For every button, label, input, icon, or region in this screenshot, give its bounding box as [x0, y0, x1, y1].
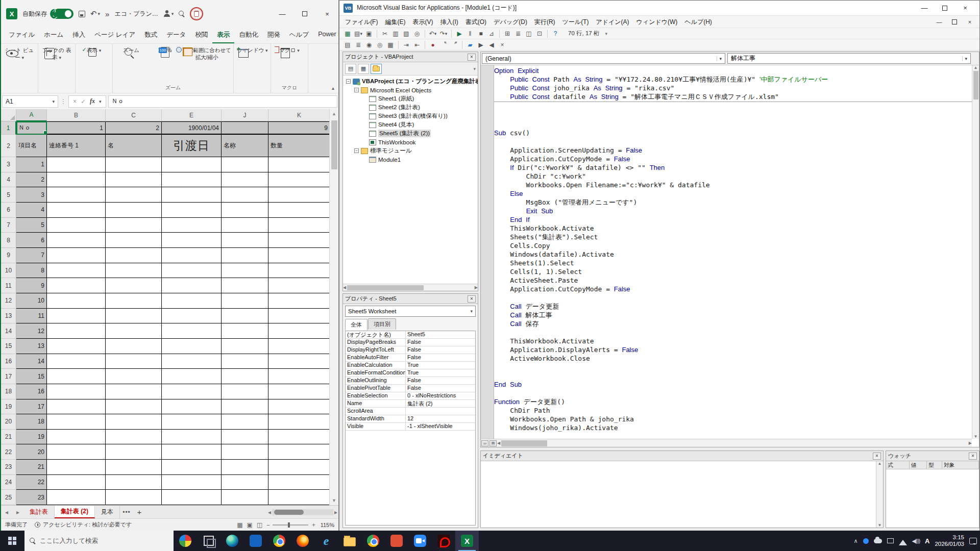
property-row[interactable]: EnableFormatConditionsCTrue	[346, 369, 475, 377]
list-constants-icon[interactable]: ≣	[353, 40, 363, 49]
code-v-scrollbar[interactable]: ▲ ▼	[972, 65, 979, 439]
code-line[interactable]: Public Const Path As String = "¥¥172.24.…	[494, 75, 972, 84]
grid-scroll-left-icon[interactable]: ◂	[268, 509, 271, 516]
cell[interactable]: 連絡番号 1	[47, 135, 106, 157]
code-line[interactable]: Application.DisplayAlerts = False	[494, 345, 972, 354]
formula-dropdown-icon[interactable]: ▾	[99, 99, 102, 104]
cell[interactable]: 1	[16, 157, 47, 172]
project-explorer-icon[interactable]: ⊞	[502, 29, 512, 38]
row-header-11[interactable]: 11	[1, 278, 16, 293]
taskbar-excel-icon[interactable]: X	[455, 531, 479, 551]
cell[interactable]: 5	[16, 218, 47, 233]
row-header-20[interactable]: 20	[1, 414, 16, 430]
code-line[interactable]: Application.CutCopyMode = False	[494, 285, 972, 293]
code-line[interactable]: Public Const datafile As String = "解体工事電…	[494, 92, 972, 101]
cell[interactable]	[162, 399, 222, 415]
toggle-bookmark-icon[interactable]: ▰	[465, 40, 475, 49]
code-line[interactable]	[494, 103, 972, 111]
cell[interactable]	[162, 309, 222, 324]
property-row[interactable]: EnableAutoFilterFalse	[346, 354, 475, 362]
code-line[interactable]: ChDir Path	[494, 406, 972, 415]
watch-close-icon[interactable]: ×	[969, 453, 977, 460]
find-icon[interactable]: ◎	[412, 29, 422, 38]
toggle-folders-icon[interactable]	[371, 64, 382, 74]
vba-menu-8[interactable]: アドイン(A)	[592, 17, 632, 27]
procedure-view-icon[interactable]: ▭	[481, 440, 488, 446]
cell[interactable]: 12	[16, 323, 47, 339]
property-row[interactable]: DisplayPageBreaksFalse	[346, 339, 475, 346]
toolbar-options-icon[interactable]: ▾	[605, 31, 607, 36]
cell[interactable]	[106, 157, 162, 172]
name-box[interactable]: A1▾	[2, 95, 58, 108]
cell[interactable]	[47, 278, 106, 293]
row-header-8[interactable]: 8	[1, 233, 16, 248]
taskbar-file-explorer-icon[interactable]	[338, 531, 361, 551]
cell[interactable]	[162, 187, 222, 203]
code-line[interactable]: ThisWorkbook.Activate	[494, 224, 972, 233]
cell[interactable]	[47, 339, 106, 354]
column-header-K[interactable]: K	[268, 109, 330, 121]
cell[interactable]: 18	[16, 414, 47, 430]
parameter-info-icon[interactable]: ◎	[375, 40, 385, 49]
code-line[interactable]: Sub csv()	[494, 129, 972, 137]
outdent-icon[interactable]: ⇤	[412, 40, 422, 49]
cell[interactable]	[106, 475, 162, 490]
taskbar-pinwheel-icon[interactable]	[174, 531, 197, 551]
ribbon-zoom-button[interactable]: ズーム	[115, 46, 148, 54]
list-properties-icon[interactable]: ▤	[342, 40, 353, 49]
scroll-up-icon[interactable]: ▲	[332, 109, 336, 118]
grid-h-scrollbar[interactable]: ◂ ▸	[268, 506, 338, 518]
cell[interactable]: 15	[16, 369, 47, 384]
save-icon[interactable]	[79, 11, 85, 17]
cell[interactable]	[222, 384, 268, 399]
cell[interactable]	[222, 323, 268, 339]
column-header-A[interactable]: A	[16, 109, 47, 121]
row-header-14[interactable]: 14	[1, 323, 16, 339]
vba-menu-5[interactable]: デバッグ(D)	[490, 17, 531, 27]
paste-icon[interactable]: ▧	[401, 29, 411, 38]
code-line[interactable]	[494, 389, 972, 397]
row-header-7[interactable]: 7	[1, 218, 16, 233]
cell[interactable]	[268, 309, 330, 324]
row-header-2[interactable]: 2	[1, 135, 16, 157]
cell[interactable]	[47, 218, 106, 233]
ime-mode[interactable]: A	[925, 537, 929, 545]
row-header-16[interactable]: 16	[1, 354, 16, 369]
vba-menu-9[interactable]: ウィンドウ(W)	[633, 17, 681, 27]
row-header-4[interactable]: 4	[1, 172, 16, 188]
cell[interactable]: 名	[106, 135, 162, 157]
cell[interactable]	[47, 172, 106, 188]
cell[interactable]	[222, 414, 268, 430]
vba-minimize-button[interactable]: —	[914, 1, 935, 16]
immediate-v-scrollbar[interactable]: ▲ ▼	[876, 461, 883, 528]
code-line[interactable]: End If	[494, 215, 972, 224]
cell[interactable]: 名称	[222, 135, 268, 157]
cell[interactable]: 13	[16, 339, 47, 354]
row-header-6[interactable]: 6	[1, 203, 16, 218]
code-line[interactable]: Application.CutCopyMode = False	[494, 155, 972, 163]
row-header-1[interactable]: 1	[1, 121, 16, 135]
vba-menu-4[interactable]: 書式(O)	[462, 17, 490, 27]
indent-icon[interactable]: ⇥	[401, 40, 411, 49]
cell[interactable]	[47, 430, 106, 445]
property-row[interactable]: EnableOutliningFalse	[346, 377, 475, 385]
cell[interactable]	[162, 278, 222, 293]
tree-item-1[interactable]: − Microsoft Excel Objects	[343, 86, 478, 94]
cell[interactable]: 項目名	[16, 135, 47, 157]
row-header-3[interactable]: 3	[1, 157, 16, 172]
cell[interactable]	[106, 490, 162, 505]
watch-column-0[interactable]: 式	[886, 461, 910, 469]
cell[interactable]	[162, 354, 222, 369]
code-line[interactable]	[494, 137, 972, 146]
ribbon-tab-7[interactable]: 表示	[212, 28, 234, 43]
taskbar-internet-explorer-icon[interactable]: e	[314, 531, 338, 551]
accessibility-status[interactable]: アクセシビリティ: 検討が必要です	[43, 521, 132, 529]
collapse-ribbon-icon[interactable]: ▴	[332, 85, 334, 91]
ribbon-tab-10[interactable]: ヘルプ	[285, 28, 313, 43]
cell[interactable]	[222, 475, 268, 490]
cell[interactable]	[268, 490, 330, 505]
code-line[interactable]	[494, 371, 972, 380]
code-editor[interactable]: Option Explicit Public Const Path As Str…	[481, 65, 972, 439]
module-close-button[interactable]: ×	[962, 16, 977, 28]
cell[interactable]	[162, 203, 222, 218]
